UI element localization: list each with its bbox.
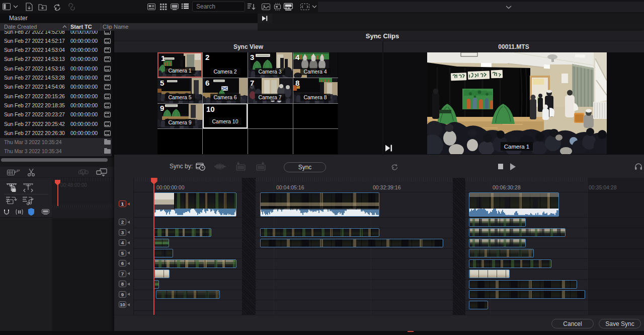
svg-text:z: z	[19, 169, 20, 172]
svg-text:Camera 1: Camera 1	[504, 144, 530, 150]
